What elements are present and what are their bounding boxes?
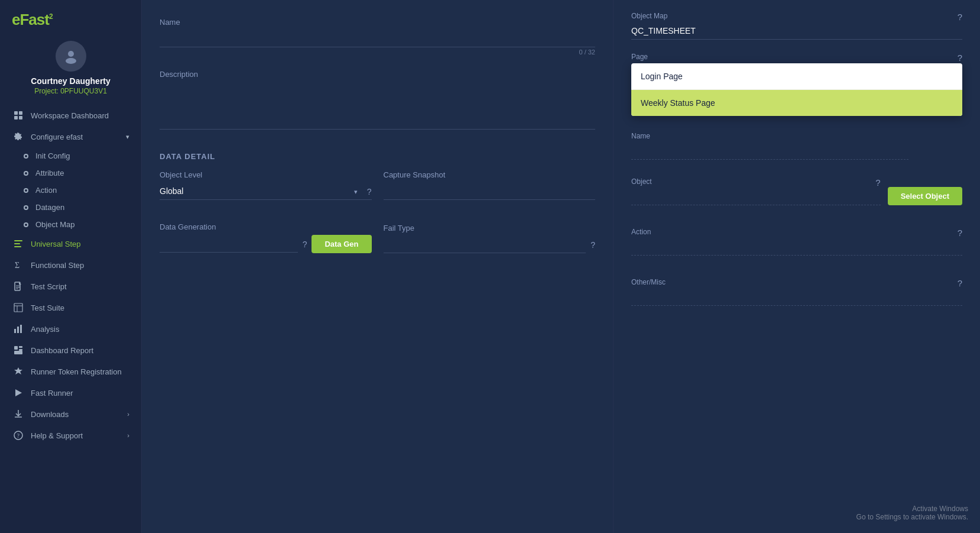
- sidebar: eFast2 Courtney Daugherty Project: 0PFUU…: [0, 0, 142, 533]
- page-option-weekly-status[interactable]: Weekly Status Page: [631, 90, 962, 116]
- sidebar-item-functional-step[interactable]: Σ Functional Step: [0, 254, 141, 276]
- sidebar-item-init-config[interactable]: Init Config: [18, 147, 141, 164]
- capture-snapshot-label: Capture Snapshot: [384, 170, 596, 179]
- sidebar-item-action[interactable]: Action: [18, 182, 141, 199]
- dot-icon: [24, 205, 28, 210]
- sidebar-item-label: Init Config: [35, 151, 135, 160]
- sidebar-item-workspace-dashboard[interactable]: Workspace Dashboard: [0, 105, 141, 126]
- chevron-right-icon: ›: [127, 411, 129, 418]
- fail-type-label: Fail Type: [384, 224, 596, 232]
- select-object-button[interactable]: Select Object: [888, 187, 962, 205]
- object-input[interactable]: [631, 188, 881, 205]
- grid-icon: [12, 111, 25, 120]
- description-label: Description: [160, 70, 595, 79]
- object-label: Object: [631, 177, 881, 186]
- object-field: Object ?: [631, 177, 881, 205]
- name-field-group: Name 0 / 32: [160, 18, 595, 56]
- sidebar-item-label: Dashboard Report: [31, 346, 129, 355]
- sidebar-item-label: Configure efast: [31, 133, 124, 141]
- other-misc-field: Other/Misc ?: [631, 278, 962, 306]
- object-map-field: Object Map QC_TIMESHEET ?: [631, 12, 962, 40]
- sidebar-item-label: Universal Step: [31, 240, 129, 248]
- svg-marker-24: [15, 389, 22, 396]
- sidebar-item-downloads[interactable]: Downloads ›: [0, 403, 141, 425]
- action-input[interactable]: [631, 238, 962, 256]
- sidebar-item-label: Test Suite: [31, 303, 129, 312]
- sidebar-item-label: Functional Step: [31, 261, 129, 270]
- sigma-icon: Σ: [12, 260, 25, 270]
- sidebar-item-attribute[interactable]: Attribute: [18, 164, 141, 182]
- name-row: Name Name: [631, 132, 962, 160]
- sidebar-item-datagen[interactable]: Datagen: [18, 199, 141, 216]
- name-label: Name: [160, 18, 595, 27]
- svg-rect-20: [14, 346, 18, 350]
- object-help-icon[interactable]: ?: [875, 177, 880, 188]
- description-input[interactable]: [160, 82, 595, 130]
- svg-text:?: ?: [17, 432, 20, 439]
- fail-type-input[interactable]: [384, 236, 586, 253]
- object-map-value: QC_TIMESHEET: [631, 22, 962, 40]
- user-profile: Courtney Daugherty Project: 0PFUUQU3V1: [0, 35, 141, 105]
- sidebar-item-label: Action: [35, 186, 135, 195]
- sidebar-item-help-support[interactable]: ? Help & Support ›: [0, 425, 141, 446]
- logo: eFast2: [0, 0, 141, 35]
- dot-icon: [24, 222, 28, 227]
- data-detail-title: DATA DETAIL: [160, 152, 595, 161]
- data-gen-button[interactable]: Data Gen: [311, 235, 371, 253]
- svg-point-1: [66, 58, 76, 64]
- sidebar-item-test-script[interactable]: Test Script: [0, 276, 141, 297]
- action-help-icon[interactable]: ?: [958, 228, 962, 238]
- data-generation-input[interactable]: [160, 235, 298, 253]
- object-level-label: Object Level: [160, 170, 372, 179]
- svg-rect-14: [14, 303, 22, 312]
- download-icon: [12, 409, 25, 419]
- sidebar-item-label: Workspace Dashboard: [31, 111, 129, 120]
- svg-rect-4: [14, 116, 18, 119]
- data-generation-help-icon[interactable]: ?: [303, 240, 307, 249]
- sidebar-nav: Workspace Dashboard Configure efast ▾ In…: [0, 105, 141, 533]
- chevron-down-icon: ▾: [126, 133, 129, 141]
- name-right-label: Name: [631, 132, 908, 140]
- sidebar-item-configure-efast[interactable]: Configure efast ▾: [0, 126, 141, 147]
- svg-text:Σ: Σ: [15, 261, 20, 270]
- sidebar-item-object-map[interactable]: Object Map: [18, 216, 141, 233]
- token-icon: [12, 367, 25, 376]
- table-icon: [12, 303, 25, 312]
- name-input[interactable]: [160, 30, 595, 47]
- sidebar-item-dashboard-report[interactable]: Dashboard Report: [0, 340, 141, 361]
- svg-rect-2: [14, 111, 18, 115]
- sidebar-item-label: Attribute: [35, 169, 135, 177]
- svg-rect-19: [20, 325, 22, 333]
- data-generation-label: Data Generation: [160, 222, 372, 231]
- sidebar-item-label: Analysis: [31, 325, 129, 334]
- chart-icon: [12, 324, 25, 334]
- dot-icon: [24, 154, 28, 159]
- sidebar-item-runner-token[interactable]: Runner Token Registration: [0, 361, 141, 382]
- capture-snapshot-input[interactable]: [384, 183, 596, 200]
- fail-type-help-icon[interactable]: ?: [590, 240, 595, 250]
- sidebar-item-label: Runner Token Registration: [31, 367, 129, 376]
- avatar: [56, 41, 86, 72]
- other-misc-input[interactable]: [631, 289, 962, 306]
- name-right-input[interactable]: [631, 143, 908, 160]
- sidebar-item-fast-runner[interactable]: Fast Runner: [0, 382, 141, 403]
- other-misc-label: Other/Misc: [631, 278, 962, 286]
- sidebar-item-universal-step[interactable]: Universal Step: [0, 233, 141, 254]
- sidebar-item-label: Test Script: [31, 282, 129, 291]
- page-dropdown-menu: Login Page Weekly Status Page: [631, 63, 962, 116]
- sidebar-item-analysis[interactable]: Analysis: [0, 318, 141, 340]
- svg-rect-3: [19, 111, 22, 115]
- page-help-icon[interactable]: ?: [958, 53, 962, 63]
- data-detail-row-1: Object Level Global ▾ ? Capture Snapshot: [160, 170, 595, 214]
- object-level-help-icon[interactable]: ?: [367, 187, 372, 196]
- logo-sup: 2: [49, 12, 53, 21]
- sidebar-item-test-suite[interactable]: Test Suite: [0, 297, 141, 318]
- content-area: Name 0 / 32 Description DATA DETAIL Obje…: [142, 0, 980, 533]
- svg-rect-22: [19, 349, 22, 351]
- page-option-login[interactable]: Login Page: [631, 63, 962, 90]
- dot-icon: [24, 171, 28, 176]
- object-level-select[interactable]: Global: [160, 183, 372, 200]
- object-map-help-icon[interactable]: ?: [958, 12, 962, 22]
- other-misc-help-icon[interactable]: ?: [958, 278, 962, 288]
- sidebar-item-label: Help & Support: [31, 431, 125, 440]
